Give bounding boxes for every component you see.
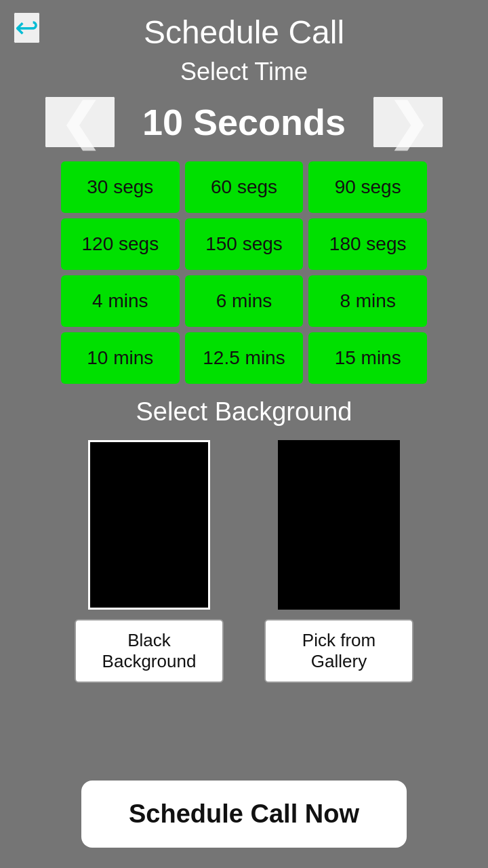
time-option-button[interactable]: 30 segs [61, 161, 180, 213]
select-background-label: Select Background [0, 397, 488, 427]
time-option-button[interactable]: 120 segs [61, 218, 180, 270]
time-option-button[interactable]: 12.5 mins [185, 332, 304, 384]
back-icon: ↩ [15, 12, 39, 43]
back-button[interactable]: ↩ [14, 12, 40, 43]
current-time-display: 10 Seconds [115, 101, 373, 143]
time-selector: ❮ 10 Seconds ❯ [0, 96, 488, 148]
background-section: Black Background Pick from Gallery [0, 440, 488, 683]
gallery-option: Pick from Gallery [264, 440, 413, 683]
page-title: Schedule Call [14, 14, 474, 51]
prev-time-button[interactable]: ❮ [45, 96, 115, 148]
time-option-button[interactable]: 10 mins [61, 332, 180, 384]
time-option-button[interactable]: 15 mins [308, 332, 427, 384]
black-background-option: Black Background [75, 440, 224, 683]
black-background-preview[interactable] [88, 440, 210, 610]
time-option-button[interactable]: 8 mins [308, 275, 427, 327]
black-background-button[interactable]: Black Background [75, 619, 224, 683]
pick-from-gallery-button[interactable]: Pick from Gallery [264, 619, 413, 683]
time-grid: 30 segs60 segs90 segs120 segs150 segs180… [61, 161, 427, 384]
time-option-button[interactable]: 150 segs [185, 218, 304, 270]
header: ↩ Schedule Call [0, 0, 488, 54]
time-option-button[interactable]: 6 mins [185, 275, 304, 327]
select-time-label: Select Time [0, 58, 488, 86]
next-time-button[interactable]: ❯ [373, 96, 443, 148]
time-option-button[interactable]: 4 mins [61, 275, 180, 327]
time-option-button[interactable]: 180 segs [308, 218, 427, 270]
gallery-background-preview[interactable] [278, 440, 400, 610]
time-option-button[interactable]: 90 segs [308, 161, 427, 213]
schedule-call-now-button[interactable]: Schedule Call Now [81, 781, 407, 848]
time-option-button[interactable]: 60 segs [185, 161, 304, 213]
